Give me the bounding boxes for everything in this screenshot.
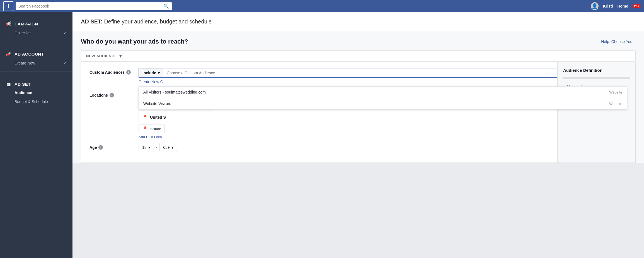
search-input[interactable] bbox=[18, 4, 162, 8]
search-bar[interactable]: 🔍 bbox=[16, 2, 172, 10]
custom-audience-input-group: Include ▾ Browse bbox=[139, 68, 627, 78]
facebook-logo: f bbox=[3, 1, 13, 11]
audience-meter bbox=[563, 77, 630, 79]
ad-set-section: ▦ AD SET Audience Budget & Schedule bbox=[0, 73, 72, 108]
audience-text-input[interactable] bbox=[163, 68, 604, 77]
campaign-label: CAMPAIGN bbox=[14, 22, 38, 26]
campaign-section-header: 📢 CAMPAIGN bbox=[6, 17, 67, 28]
dropdown-item-source-0: Website bbox=[609, 90, 622, 94]
age-max-chevron-icon: ▾ bbox=[171, 145, 173, 150]
campaign-icon: 📢 bbox=[6, 21, 12, 27]
age-control: 18 ▾ - 65+ ▾ bbox=[139, 143, 627, 152]
sidebar-item-create-new[interactable]: Create New ✓ bbox=[6, 58, 67, 68]
objective-check: ✓ bbox=[63, 30, 67, 35]
new-audience-bar[interactable]: NEW AUDIENCE ▾ bbox=[81, 50, 636, 62]
custom-audiences-info-icon[interactable]: i bbox=[126, 70, 131, 75]
custom-audiences-row: Custom Audiences i Include ▾ Browse bbox=[89, 68, 627, 86]
age-max-dropdown[interactable]: 65+ ▾ bbox=[159, 143, 177, 152]
us-label: United S bbox=[150, 115, 166, 120]
form-area: Custom Audiences i Include ▾ Browse bbox=[81, 62, 636, 163]
nav-right: 👤 Kristi Home 20+ bbox=[591, 2, 641, 10]
sidebar-item-budget[interactable]: Budget & Schedule bbox=[6, 97, 67, 106]
sidebar-item-audience[interactable]: Audience bbox=[6, 88, 67, 97]
include-badge-row: 📍 Include bbox=[139, 123, 627, 133]
age-max-label: 65+ bbox=[163, 145, 170, 150]
sidebar-divider-2 bbox=[0, 71, 72, 71]
dropdown-item-name-1: Website Visitors bbox=[143, 101, 171, 106]
audience-definition-panel: Audience Definition < 20 people bbox=[557, 62, 635, 163]
include-badge-label: Include bbox=[149, 127, 161, 131]
age-label: Age i bbox=[89, 143, 134, 150]
notification-badge[interactable]: 20+ bbox=[633, 4, 641, 8]
create-new-check: ✓ bbox=[63, 60, 67, 66]
avatar: 👤 bbox=[591, 2, 599, 10]
audience-label: Audience bbox=[14, 90, 32, 95]
ad-account-icon: 📣 bbox=[6, 51, 12, 57]
adset-prefix: AD SET: bbox=[81, 18, 103, 25]
ad-set-icon: ▦ bbox=[6, 81, 12, 87]
help-link[interactable]: Help: Choose You... bbox=[601, 39, 636, 44]
top-navigation: f 🔍 👤 Kristi Home 20+ bbox=[0, 0, 644, 12]
age-min-dropdown[interactable]: 18 ▾ bbox=[139, 143, 154, 152]
ad-account-section: 📣 AD ACCOUNT Create New ✓ bbox=[0, 42, 72, 70]
dropdown-item-0[interactable]: All Visitors - soulmateswedding.com Webs… bbox=[139, 87, 627, 98]
add-bulk-link[interactable]: Add Bulk Loca bbox=[139, 133, 162, 141]
age-separator: - bbox=[154, 145, 160, 150]
sidebar-divider bbox=[0, 41, 72, 41]
page-wrapper: 📢 CAMPAIGN Objective ✓ 📣 AD ACCOUNT Crea… bbox=[0, 0, 644, 258]
adset-title: Define your audience, budget and schedul… bbox=[104, 18, 212, 25]
include-pin-icon: 📍 bbox=[142, 126, 148, 132]
include-label: Include bbox=[142, 71, 156, 75]
include-chevron-icon: ▾ bbox=[158, 71, 160, 75]
nav-home[interactable]: Home bbox=[617, 4, 628, 8]
new-audience-label: NEW AUDIENCE bbox=[86, 54, 117, 58]
meter-bar bbox=[563, 77, 630, 79]
ad-account-section-header: 📣 AD ACCOUNT bbox=[6, 47, 67, 58]
audience-section: Who do you want your ads to reach? Help:… bbox=[72, 31, 644, 163]
location-item-us[interactable]: 📍 United S bbox=[139, 112, 627, 122]
audience-section-header: Who do you want your ads to reach? Help:… bbox=[81, 38, 636, 45]
age-min-chevron-icon: ▾ bbox=[148, 145, 150, 150]
pin-icon: 📍 bbox=[142, 114, 148, 120]
sidebar-item-objective[interactable]: Objective ✓ bbox=[6, 28, 67, 38]
budget-label: Budget & Schedule bbox=[14, 99, 48, 104]
custom-audience-dropdown: All Visitors - soulmateswedding.com Webs… bbox=[139, 86, 627, 109]
main-content: AD SET: Define your audience, budget and… bbox=[72, 12, 644, 258]
custom-audiences-control: Include ▾ Browse All Visitors - soulm bbox=[139, 68, 627, 86]
age-info-icon[interactable]: i bbox=[98, 145, 103, 150]
include-badge-button[interactable]: 📍 Include bbox=[139, 125, 165, 133]
nav-username: Kristi bbox=[603, 4, 613, 8]
include-dropdown[interactable]: Include ▾ bbox=[139, 68, 163, 77]
ad-account-label: AD ACCOUNT bbox=[14, 52, 44, 56]
search-icon: 🔍 bbox=[163, 4, 169, 9]
adset-header: AD SET: Define your audience, budget and… bbox=[72, 12, 644, 31]
audience-section-title: Who do you want your ads to reach? bbox=[81, 38, 188, 45]
create-new-link[interactable]: Create New C bbox=[139, 78, 163, 86]
locations-info-icon[interactable]: i bbox=[110, 93, 114, 97]
custom-audiences-label: Custom Audiences i bbox=[89, 68, 134, 75]
age-min-label: 18 bbox=[142, 145, 147, 150]
ad-set-section-header: ▦ AD SET bbox=[6, 77, 67, 88]
locations-label: Locations i bbox=[89, 91, 134, 97]
audience-definition-title: Audience Definition bbox=[563, 68, 630, 73]
create-new-label: Create New bbox=[14, 61, 35, 65]
sidebar: 📢 CAMPAIGN Objective ✓ 📣 AD ACCOUNT Crea… bbox=[0, 12, 72, 258]
objective-label: Objective bbox=[14, 31, 31, 35]
dropdown-item-1[interactable]: Website Visitors Website bbox=[139, 98, 627, 109]
campaign-section: 📢 CAMPAIGN Objective ✓ bbox=[0, 12, 72, 40]
dropdown-item-name-0: All Visitors - soulmateswedding.com bbox=[143, 90, 206, 94]
dropdown-item-source-1: Website bbox=[609, 102, 622, 106]
age-row: Age i 18 ▾ - 65+ ▾ bbox=[89, 143, 627, 152]
chevron-down-icon: ▾ bbox=[119, 53, 122, 59]
ad-set-label: AD SET bbox=[14, 82, 31, 87]
